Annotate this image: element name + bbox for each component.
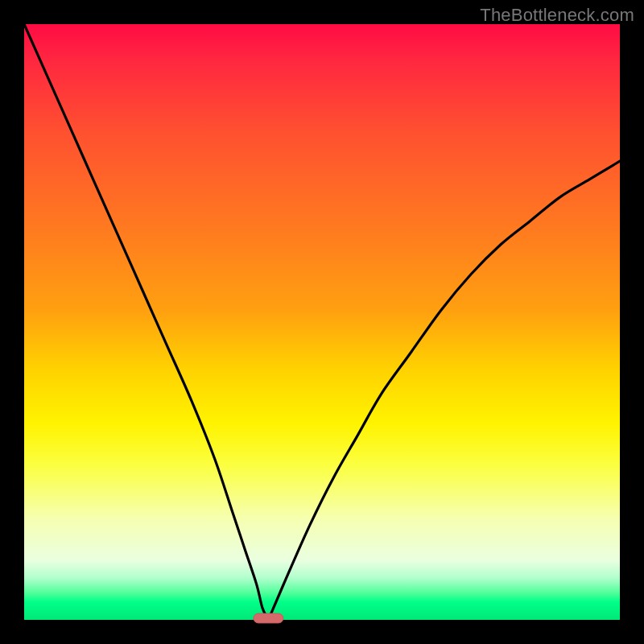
- right-curve: [268, 161, 620, 620]
- chart-frame: TheBottleneck.com: [0, 0, 644, 644]
- watermark-text: TheBottleneck.com: [480, 5, 634, 26]
- curves-svg: [24, 24, 620, 620]
- plot-area: [24, 24, 620, 620]
- minimum-marker: [254, 613, 283, 623]
- left-curve: [24, 24, 268, 620]
